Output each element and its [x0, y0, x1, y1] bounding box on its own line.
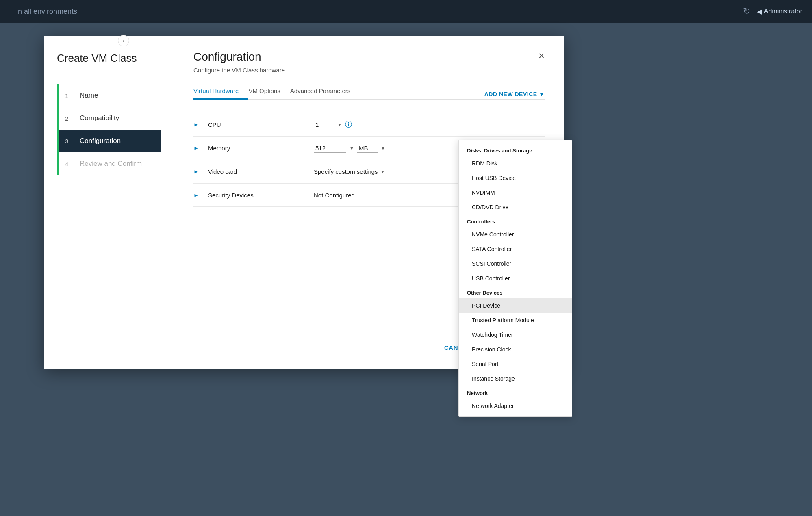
step-3-number: 3 — [65, 138, 73, 145]
step-2-number: 2 — [65, 115, 73, 122]
progress-bar — [57, 84, 59, 175]
security-devices-expand-icon[interactable]: ► — [193, 192, 208, 198]
step-4-label: Review and Confirm — [80, 160, 142, 168]
refresh-icon[interactable]: ↻ — [743, 6, 750, 17]
add-new-device-dropdown: Disks, Drives and Storage RDM Disk Host … — [458, 140, 572, 417]
memory-input[interactable] — [314, 144, 346, 153]
cpu-info-icon[interactable]: ⓘ — [345, 120, 352, 129]
user-label: Administrator — [764, 8, 802, 15]
wizard-step-name[interactable]: 1 Name — [57, 84, 161, 107]
memory-expand-icon[interactable]: ► — [193, 145, 208, 151]
tab-virtual-hardware[interactable]: Virtual Hardware — [193, 83, 248, 100]
chevron-down-icon: ▼ — [350, 146, 354, 151]
dropdown-item-nvme-controller[interactable]: NVMe Controller — [459, 227, 572, 242]
step-1-number: 1 — [65, 92, 73, 99]
dropdown-section-disks: Disks, Drives and Storage — [459, 143, 572, 156]
memory-value: ▼ MB GB ▼ — [314, 144, 385, 153]
memory-unit-select[interactable]: MB GB — [357, 144, 378, 153]
topbar-user: ◀ Administrator — [757, 8, 802, 15]
memory-unit-chevron: ▼ — [381, 146, 385, 151]
wizard-step-compatibility[interactable]: 2 Compatibility — [57, 107, 161, 130]
video-card-setting: Specify custom settings — [314, 168, 378, 175]
dropdown-item-pci-device[interactable]: PCI Device — [459, 298, 572, 313]
step-3-label: Configuration — [80, 137, 121, 145]
modal-header: Configuration × — [193, 50, 545, 63]
security-devices-text: Not Configured — [314, 192, 355, 199]
sidebar-collapse-button[interactable]: ‹ — [118, 35, 129, 46]
dropdown-item-serial-port[interactable]: Serial Port — [459, 357, 572, 371]
chevron-down-icon: ▼ — [539, 91, 545, 98]
memory-label: Memory — [208, 145, 314, 152]
dropdown-item-watchdog-timer[interactable]: Watchdog Timer — [459, 327, 572, 342]
dropdown-section-controllers: Controllers — [459, 215, 572, 227]
dropdown-item-rdm-disk[interactable]: RDM Disk — [459, 156, 572, 171]
wizard-step-review[interactable]: 4 Review and Confirm — [57, 152, 161, 175]
step-1-label: Name — [80, 91, 98, 100]
dropdown-item-trusted-platform-module[interactable]: Trusted Platform Module — [459, 313, 572, 327]
video-card-value: Specify custom settings ▼ — [314, 168, 385, 175]
video-card-label: Video card — [208, 168, 314, 175]
wizard-steps-container: 1 Name 2 Compatibility 3 Configuration 4… — [57, 84, 161, 175]
hardware-row-cpu: ► CPU 1 2 4 8 ▼ ⓘ — [193, 113, 545, 136]
wizard-title: Create VM Class — [57, 52, 161, 65]
add-new-device-label: ADD NEW DEVICE — [484, 91, 537, 98]
security-devices-label: Security Devices — [208, 192, 314, 199]
user-icon: ◀ — [757, 8, 762, 15]
dropdown-item-nvdimm[interactable]: NVDIMM — [459, 185, 572, 200]
security-devices-value: Not Configured — [314, 192, 355, 199]
tab-vm-options[interactable]: VM Options — [248, 83, 290, 100]
modal-subtitle: Configure the VM Class hardware — [193, 67, 545, 74]
cpu-expand-icon[interactable]: ► — [193, 121, 208, 128]
tab-advanced-parameters[interactable]: Advanced Parameters — [290, 83, 360, 100]
topbar-env-text: in all environments — [16, 7, 77, 16]
video-card-dropdown-trigger[interactable]: Specify custom settings ▼ — [314, 168, 385, 175]
dropdown-section-other-devices: Other Devices — [459, 286, 572, 298]
dropdown-item-usb-controller[interactable]: USB Controller — [459, 271, 572, 286]
add-new-device-button[interactable]: ADD NEW DEVICE ▼ — [484, 91, 545, 98]
cpu-label: CPU — [208, 121, 314, 128]
create-vm-class-modal: Create VM Class 1 Name 2 Compatibility 3… — [44, 36, 564, 369]
wizard-steps: 1 Name 2 Compatibility 3 Configuration 4… — [57, 84, 161, 175]
close-button[interactable]: × — [538, 50, 545, 61]
dropdown-item-network-adapter[interactable]: Network Adapter — [459, 399, 572, 413]
dropdown-item-cd-dvd-drive[interactable]: CD/DVD Drive — [459, 200, 572, 215]
chevron-down-icon: ▼ — [337, 122, 342, 127]
modal-title: Configuration — [193, 50, 261, 63]
dropdown-section-network: Network — [459, 386, 572, 399]
dropdown-item-precision-clock[interactable]: Precision Clock — [459, 342, 572, 357]
dropdown-item-instance-storage[interactable]: Instance Storage — [459, 371, 572, 386]
dropdown-item-host-usb-device[interactable]: Host USB Device — [459, 171, 572, 185]
dropdown-item-sata-controller[interactable]: SATA Controller — [459, 242, 572, 256]
topbar: in all environments ↻ ◀ Administrator — [0, 0, 812, 23]
wizard-step-configuration[interactable]: 3 Configuration — [57, 130, 161, 152]
cpu-value: 1 2 4 8 ▼ ⓘ — [314, 120, 352, 129]
modal-main-content: Configuration × Configure the VM Class h… — [174, 36, 564, 369]
wizard-sidebar: Create VM Class 1 Name 2 Compatibility 3… — [44, 36, 174, 369]
step-2-label: Compatibility — [80, 114, 119, 122]
video-card-chevron-icon: ▼ — [380, 169, 385, 175]
video-card-expand-icon[interactable]: ► — [193, 169, 208, 175]
cpu-count-select[interactable]: 1 2 4 8 — [314, 120, 334, 129]
dropdown-item-scsi-controller[interactable]: SCSI Controller — [459, 256, 572, 271]
step-4-number: 4 — [65, 160, 73, 167]
